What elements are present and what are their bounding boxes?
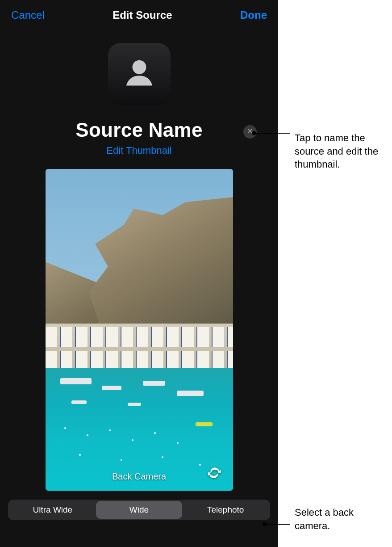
thumbnail-block <box>0 43 278 105</box>
lens-option-ultra-wide[interactable]: Ultra Wide <box>9 501 96 519</box>
lens-option-telephoto[interactable]: Telephoto <box>182 501 269 519</box>
person-silhouette-icon <box>120 54 158 94</box>
camera-preview-image <box>46 169 233 491</box>
callout-name-edit: Tap to name the source and edit the thum… <box>295 131 388 171</box>
svg-point-0 <box>132 60 146 74</box>
callout-line <box>254 133 290 134</box>
callout-line <box>265 524 290 525</box>
lens-segmented-control: Ultra Wide Wide Telephoto <box>8 500 270 520</box>
done-button[interactable]: Done <box>240 9 267 21</box>
flip-camera-button[interactable] <box>204 464 224 484</box>
lens-option-wide[interactable]: Wide <box>96 501 183 519</box>
edit-thumbnail-link[interactable]: Edit Thumbnail <box>106 145 171 156</box>
camera-preview: Back Camera <box>46 169 233 491</box>
cancel-button[interactable]: Cancel <box>11 9 45 21</box>
nav-bar: Cancel Edit Source Done <box>0 0 278 26</box>
callout-lens-select: Select a back camera. <box>295 506 388 532</box>
page-title: Edit Source <box>113 9 172 21</box>
edit-source-panel: Cancel Edit Source Done Source Name Edit… <box>0 0 278 547</box>
source-name-field[interactable]: Source Name <box>75 119 203 141</box>
thumbnail-tile[interactable] <box>108 43 171 105</box>
camera-flip-icon <box>206 465 222 483</box>
source-name-row: Source Name Edit Thumbnail <box>0 119 278 156</box>
